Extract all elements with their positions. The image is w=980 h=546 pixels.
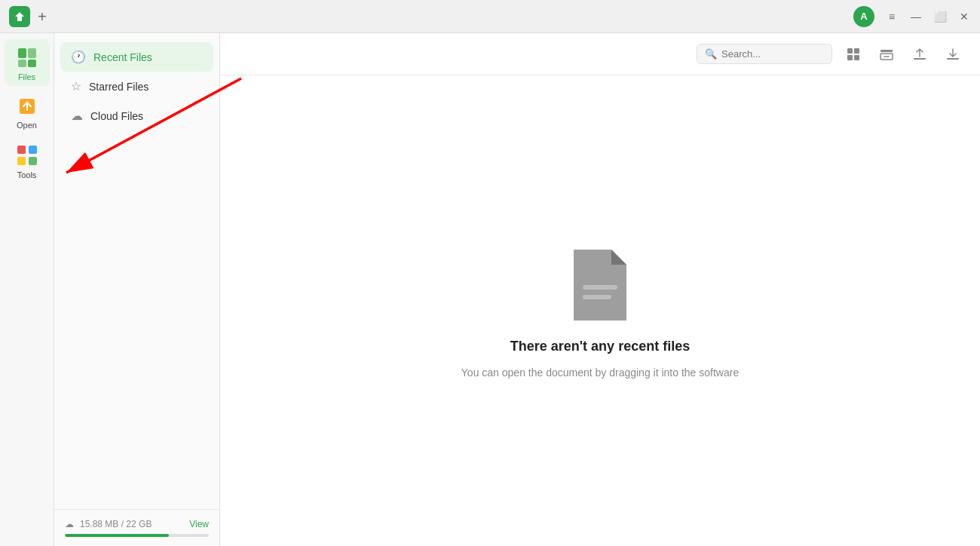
sidebar-nav: 🕐 Recent Files ☆ Starred Files ☁ Cloud F…	[54, 42, 219, 509]
files-label: Files	[18, 72, 35, 81]
title-bar-left: +	[9, 6, 47, 27]
minimize-button[interactable]: —	[909, 10, 923, 23]
grid-view-button[interactable]	[841, 42, 865, 66]
svg-rect-19	[583, 295, 611, 299]
close-button[interactable]: ✕	[957, 10, 971, 23]
menu-button[interactable]: ≡	[885, 10, 899, 23]
svg-rect-13	[854, 55, 859, 60]
sidebar-footer: ☁ 15.88 MB / 22 GB View	[54, 509, 219, 546]
tools-label: Tools	[17, 170, 37, 179]
empty-state-subtitle: You can open the document by dragging it…	[461, 367, 739, 379]
sidebar-item-tools[interactable]: Tools	[5, 137, 50, 184]
storage-text: 15.88 MB / 22 GB	[80, 519, 152, 529]
sidebar: 🕐 Recent Files ☆ Starred Files ☁ Cloud F…	[54, 33, 220, 546]
nav-cloud-files[interactable]: ☁ Cloud Files	[60, 101, 213, 130]
search-icon: 🔍	[705, 48, 717, 60]
svg-rect-7	[29, 146, 37, 154]
icon-bar: Files Open Tools	[0, 33, 54, 546]
svg-rect-3	[18, 60, 26, 67]
starred-files-label: Starred Files	[89, 81, 149, 93]
empty-state: There aren't any recent files You can op…	[220, 75, 980, 546]
open-label: Open	[17, 121, 37, 130]
recent-files-label: Recent Files	[93, 51, 152, 63]
app-logo	[9, 6, 30, 27]
storage-info: ☁ 15.88 MB / 22 GB View	[65, 519, 209, 529]
svg-rect-11	[854, 48, 859, 54]
search-input[interactable]	[721, 48, 819, 60]
nav-recent-files[interactable]: 🕐 Recent Files	[60, 42, 213, 72]
svg-rect-8	[17, 157, 26, 165]
archive-button[interactable]	[874, 42, 899, 66]
user-avatar[interactable]: A	[853, 6, 874, 27]
sidebar-item-open[interactable]: Open	[5, 89, 50, 134]
svg-rect-6	[17, 146, 26, 154]
cloud-files-icon: ☁	[71, 109, 83, 123]
empty-file-icon	[566, 244, 634, 327]
maximize-button[interactable]: ⬜	[933, 10, 947, 23]
sidebar-item-files[interactable]: Files	[5, 39, 50, 86]
cloud-files-label: Cloud Files	[90, 110, 143, 122]
nav-starred-files[interactable]: ☆ Starred Files	[60, 72, 213, 101]
svg-rect-10	[847, 48, 853, 54]
svg-rect-2	[28, 48, 36, 58]
cloud-icon-storage: ☁	[65, 519, 74, 529]
empty-state-title: There aren't any recent files	[510, 339, 690, 354]
storage-bar	[65, 534, 209, 537]
svg-rect-18	[583, 285, 617, 290]
download-button[interactable]	[941, 42, 965, 66]
svg-rect-14	[880, 50, 893, 52]
new-tab-button[interactable]: +	[38, 9, 47, 24]
title-bar: + A ≡ — ⬜ ✕	[0, 0, 980, 33]
upload-button[interactable]	[908, 42, 932, 66]
main-content: 🔍	[220, 33, 980, 546]
svg-rect-1	[18, 48, 26, 58]
svg-rect-17	[947, 58, 959, 60]
storage-view-button[interactable]: View	[189, 519, 209, 529]
svg-rect-4	[28, 60, 36, 67]
storage-bar-fill	[65, 534, 169, 537]
main-toolbar: 🔍	[220, 33, 980, 75]
svg-rect-9	[29, 157, 37, 165]
title-bar-right: A ≡ — ⬜ ✕	[853, 6, 971, 27]
recent-files-icon: 🕐	[71, 50, 86, 64]
svg-rect-16	[914, 58, 926, 60]
app-body: Files Open Tools 🕐 Recent Files	[0, 33, 980, 546]
starred-files-icon: ☆	[71, 79, 81, 94]
search-box[interactable]: 🔍	[697, 44, 832, 64]
svg-rect-12	[847, 55, 853, 60]
